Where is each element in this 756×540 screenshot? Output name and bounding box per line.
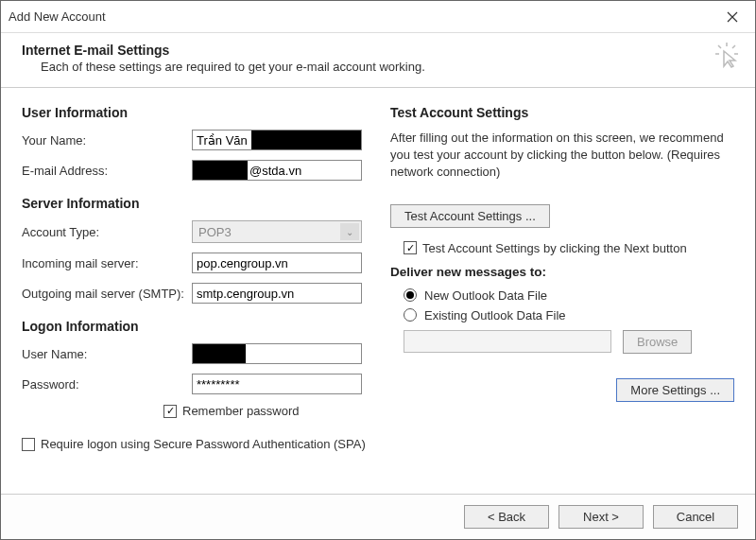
existing-data-file-label: Existing Outlook Data File xyxy=(424,308,566,322)
test-description: After filling out the information on thi… xyxy=(390,130,734,182)
dialog-window: Add New Account Internet E-mail Settings… xyxy=(0,0,756,540)
spa-checkbox[interactable] xyxy=(22,438,35,451)
close-button[interactable] xyxy=(713,3,751,31)
your-name-row: Your Name: xyxy=(22,130,366,150)
email-row: E-mail Address: xyxy=(22,160,366,181)
test-on-next-row: Test Account Settings by clicking the Ne… xyxy=(404,241,734,255)
new-data-file-label: New Outlook Data File xyxy=(424,288,547,303)
cursor-click-icon xyxy=(713,41,742,69)
user-info-section-title: User Information xyxy=(22,105,366,120)
account-type-label: Account Type: xyxy=(22,225,192,239)
left-column: User Information Your Name: E-mail Addre… xyxy=(22,105,366,480)
existing-data-file-radio[interactable] xyxy=(404,308,417,322)
next-button[interactable]: Next > xyxy=(558,505,644,529)
test-account-button[interactable]: Test Account Settings ... xyxy=(390,204,550,228)
more-settings-row: More Settings ... xyxy=(390,378,734,402)
new-data-file-radio[interactable] xyxy=(404,288,417,302)
browse-button: Browse xyxy=(623,330,692,354)
outgoing-server-label: Outgoing mail server (SMTP): xyxy=(22,287,192,301)
existing-file-path-input xyxy=(404,330,611,353)
remember-password-row: Remember password xyxy=(163,404,366,418)
spa-row: Require logon using Secure Password Auth… xyxy=(22,437,366,451)
password-input[interactable] xyxy=(192,374,362,394)
deliver-section-title: Deliver new messages to: xyxy=(390,265,734,279)
outgoing-server-row: Outgoing mail server (SMTP): xyxy=(22,283,366,304)
dialog-content: User Information Your Name: E-mail Addre… xyxy=(1,88,755,494)
back-button[interactable]: < Back xyxy=(464,505,549,529)
header-subtitle: Each of these settings are required to g… xyxy=(22,60,740,74)
incoming-server-input[interactable] xyxy=(192,253,362,273)
remember-password-checkbox[interactable] xyxy=(163,405,177,418)
redaction-block xyxy=(193,344,246,363)
cancel-button[interactable]: Cancel xyxy=(653,505,738,529)
redaction-block xyxy=(193,161,248,180)
account-type-row: Account Type: POP3 ⌄ xyxy=(22,220,366,243)
dialog-header: Internet E-mail Settings Each of these s… xyxy=(1,33,755,88)
username-label: User Name: xyxy=(22,347,192,361)
new-data-file-row: New Outlook Data File xyxy=(404,288,734,303)
username-row: User Name: xyxy=(22,343,366,364)
right-column: Test Account Settings After filling out … xyxy=(390,105,734,480)
logon-info-section-title: Logon Information xyxy=(22,319,366,334)
more-settings-button[interactable]: More Settings ... xyxy=(616,378,734,402)
incoming-server-label: Incoming mail server: xyxy=(22,256,192,270)
existing-data-file-row: Existing Outlook Data File xyxy=(404,308,734,322)
your-name-input-wrap xyxy=(192,130,362,150)
chevron-down-icon: ⌄ xyxy=(340,223,359,240)
outgoing-server-input[interactable] xyxy=(192,283,362,304)
test-on-next-checkbox[interactable] xyxy=(404,241,417,254)
password-row: Password: xyxy=(22,374,366,394)
dialog-footer: < Back Next > Cancel xyxy=(1,494,755,539)
incoming-server-row: Incoming mail server: xyxy=(22,253,366,273)
email-input-wrap xyxy=(192,160,362,181)
titlebar: Add New Account xyxy=(1,1,755,33)
close-icon xyxy=(727,11,738,23)
password-label: Password: xyxy=(22,377,192,392)
test-section-title: Test Account Settings xyxy=(390,105,734,120)
redaction-block xyxy=(251,131,361,149)
browse-row: Browse xyxy=(404,330,734,354)
header-title: Internet E-mail Settings xyxy=(22,43,740,58)
your-name-label: Your Name: xyxy=(22,133,192,148)
email-label: E-mail Address: xyxy=(22,164,192,178)
server-info-section-title: Server Information xyxy=(22,196,366,211)
username-input-wrap xyxy=(192,343,362,364)
remember-password-label: Remember password xyxy=(182,404,300,418)
account-type-select: POP3 ⌄ xyxy=(192,220,362,243)
spa-label: Require logon using Secure Password Auth… xyxy=(41,437,366,451)
test-on-next-label: Test Account Settings by clicking the Ne… xyxy=(422,241,687,255)
account-type-value: POP3 xyxy=(198,225,232,239)
window-title: Add New Account xyxy=(9,9,713,24)
